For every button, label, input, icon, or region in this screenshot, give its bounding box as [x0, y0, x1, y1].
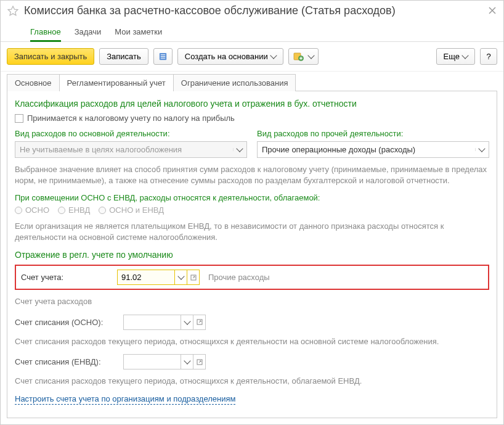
writeoff-envd-info: Счет списания расходов текущего периода,…: [15, 376, 489, 387]
writeoff-osno-input[interactable]: [123, 315, 181, 330]
other-activity-label: Вид расходов по прочей деятельности:: [257, 129, 489, 138]
configure-accounts-link[interactable]: Настроить счета учета по организациям и …: [15, 394, 235, 405]
list-icon-button[interactable]: [153, 48, 173, 65]
subtab-main[interactable]: Основное: [7, 74, 60, 91]
nav-tab-notes[interactable]: Мои заметки: [115, 23, 162, 41]
open-icon-button[interactable]: [187, 270, 200, 285]
account-input[interactable]: [117, 270, 175, 285]
chevron-down-icon: [307, 52, 314, 59]
accept-tax-checkbox[interactable]: [15, 114, 23, 123]
attach-icon-button[interactable]: [288, 48, 319, 65]
writeoff-envd-label: Счет списания (ЕНВД):: [15, 357, 120, 366]
highlight-account-box: Счет учета: Прочие расходы: [15, 265, 489, 290]
radio-envd: ЕНВД: [58, 205, 90, 215]
chevron-down-icon: [236, 145, 243, 152]
account-exp-info: Счет учета расходов: [15, 296, 489, 307]
main-activity-label: Вид расходов по основной деятельности:: [15, 129, 247, 138]
nav-tab-main[interactable]: Главное: [30, 23, 61, 41]
create-based-on-button[interactable]: Создать на основании: [177, 48, 283, 65]
svg-rect-1: [161, 54, 166, 55]
window-title: Комиссия банка за расчетно-кассовое обсл…: [24, 4, 484, 17]
close-icon[interactable]: [489, 7, 497, 15]
favorite-star-icon[interactable]: [7, 5, 19, 17]
open-icon-button[interactable]: [193, 354, 206, 369]
writeoff-osno-label: Счет списания (ОСНО):: [15, 318, 120, 327]
svg-rect-2: [161, 56, 166, 57]
writeoff-envd-input[interactable]: [123, 354, 181, 369]
main-activity-select[interactable]: Не учитываемые в целях налогообложения: [15, 141, 247, 158]
section-classification-title: Классификация расходов для целей налогов…: [15, 99, 489, 109]
account-label: Счет учета:: [21, 273, 113, 282]
main-activity-value: Не учитываемые в целях налогообложения: [20, 145, 229, 154]
dropdown-icon-button[interactable]: [181, 354, 193, 369]
svg-rect-3: [161, 58, 166, 59]
chevron-down-icon: [184, 318, 190, 324]
help-button[interactable]: ?: [480, 48, 497, 65]
other-activity-value: Прочие операционные доходы (расходы): [262, 145, 471, 154]
more-label: Еще: [444, 52, 460, 61]
more-button[interactable]: Еще: [436, 48, 475, 65]
chevron-down-icon: [461, 52, 468, 59]
chevron-down-icon: [478, 145, 485, 152]
dropdown-icon-button[interactable]: [175, 270, 187, 285]
radio-both: ОСНО и ЕНВД: [99, 205, 164, 215]
accept-tax-label: Принимается к налоговому учету по налогу…: [27, 113, 235, 123]
other-activity-select[interactable]: Прочие операционные доходы (расходы): [257, 141, 489, 158]
account-side-text: Прочие расходы: [208, 273, 270, 282]
subtab-regulated[interactable]: Регламентированный учет: [59, 74, 174, 91]
open-icon-button[interactable]: [193, 315, 206, 330]
section-default-title: Отражение в регл. учете по умолчанию: [15, 250, 489, 260]
save-button[interactable]: Записать: [99, 48, 148, 65]
save-close-button[interactable]: Записать и закрыть: [7, 48, 94, 65]
radio-osno: ОСНО: [15, 205, 49, 215]
writeoff-osno-info: Счет списания расходов текущего периода,…: [15, 336, 489, 347]
chevron-down-icon: [184, 358, 190, 365]
chevron-down-icon: [270, 52, 277, 59]
chevron-down-icon: [177, 273, 184, 280]
subtab-restriction[interactable]: Ограничение использования: [173, 74, 296, 91]
dropdown-icon-button[interactable]: [181, 315, 193, 330]
create-based-label: Создать на основании: [185, 52, 268, 61]
info-text-1: Выбранное значение влияет на способ прин…: [15, 164, 489, 186]
info-text-2: Если организация не является плательщико…: [15, 221, 489, 242]
osno-envd-label: При совмещении ОСНО с ЕНВД, расходы отно…: [15, 193, 489, 202]
nav-tab-tasks[interactable]: Задачи: [75, 23, 102, 41]
